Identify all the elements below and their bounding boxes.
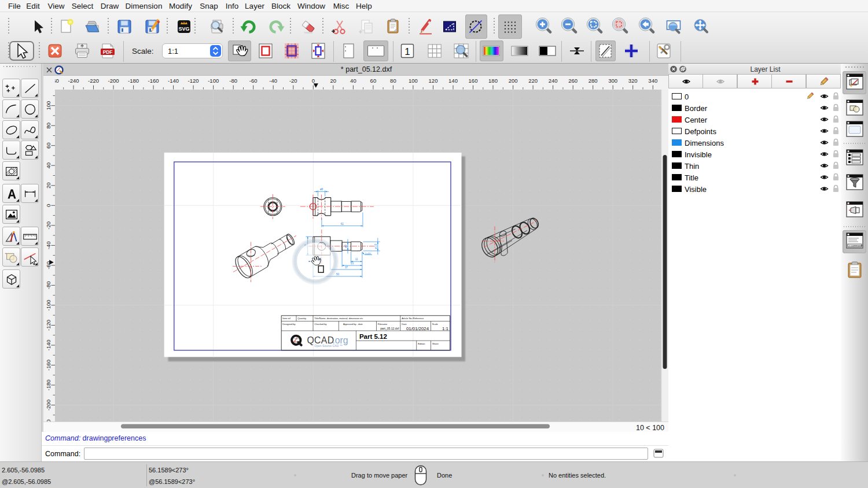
- svg-text:ø10: ø10: [374, 244, 377, 249]
- svg-text:100: 100: [45, 101, 52, 110]
- svg-text:SVG: SVG: [178, 26, 189, 32]
- svg-text:Edition: Edition: [418, 342, 425, 345]
- svg-text:1x45°: 1x45°: [365, 252, 372, 255]
- svg-text:61: 61: [341, 223, 344, 225]
- svg-text:-20: -20: [45, 221, 52, 230]
- svg-text:37: 37: [345, 266, 348, 269]
- svg-text:220: 220: [528, 77, 538, 84]
- svg-text:> command: > command: [849, 244, 863, 247]
- svg-text:-180: -180: [128, 77, 139, 84]
- svg-text:-140: -140: [45, 339, 52, 350]
- svg-text:-100: -100: [45, 300, 52, 310]
- svg-text:Checked by: Checked by: [314, 323, 326, 326]
- svg-text:01/01/2024: 01/01/2024: [406, 326, 429, 331]
- svg-text:PDF: PDF: [103, 49, 113, 55]
- svg-text:21: 21: [351, 262, 354, 265]
- svg-text:-120: -120: [45, 320, 52, 331]
- svg-text:-160: -160: [148, 77, 159, 84]
- svg-text:-160: -160: [45, 360, 52, 371]
- svg-text:-60: -60: [249, 77, 258, 84]
- svg-text:10 < 100: 10 < 100: [636, 424, 664, 432]
- svg-text:-140: -140: [168, 77, 179, 84]
- svg-text:-180: -180: [45, 379, 52, 390]
- svg-text:240: 240: [549, 77, 558, 84]
- svg-text:20: 20: [330, 77, 337, 84]
- svg-text:80: 80: [45, 123, 52, 129]
- svg-text:20: 20: [45, 183, 52, 189]
- svg-text:300: 300: [608, 77, 617, 84]
- svg-text:140: 140: [448, 77, 458, 84]
- svg-text:-220: -220: [88, 77, 99, 84]
- svg-text:1: 1: [404, 46, 410, 57]
- svg-text:-200: -200: [45, 400, 52, 411]
- svg-text:50: 50: [336, 273, 340, 276]
- svg-text:-80: -80: [229, 77, 237, 84]
- svg-text:ø9: ø9: [344, 245, 347, 248]
- svg-text:-40: -40: [269, 77, 277, 84]
- svg-text:260: 260: [568, 77, 578, 84]
- svg-text:160: 160: [469, 77, 478, 84]
- svg-text:-80: -80: [45, 282, 52, 290]
- svg-text:-100: -100: [208, 77, 219, 84]
- svg-text:Approved by - date: Approved by - date: [343, 323, 363, 326]
- svg-text:180: 180: [488, 77, 498, 84]
- svg-text:-40: -40: [45, 242, 52, 250]
- svg-text:Article No./Reference: Article No./Reference: [402, 317, 424, 320]
- svg-text:340: 340: [648, 77, 657, 84]
- svg-text:Designed by: Designed by: [282, 323, 295, 326]
- svg-text:-120: -120: [188, 77, 199, 84]
- svg-text:Part 5.12: Part 5.12: [359, 333, 387, 340]
- svg-text:-200: -200: [108, 77, 119, 84]
- svg-text:Title/Name, destination, mater: Title/Name, destination, material, dimen…: [314, 317, 363, 320]
- svg-text:Item ref: Item ref: [282, 317, 290, 320]
- svg-text:-20: -20: [289, 77, 297, 84]
- svg-text:80: 80: [390, 77, 396, 84]
- svg-text:40: 40: [350, 77, 356, 84]
- svg-text:11: 11: [355, 258, 358, 261]
- svg-text:part_05.12.dxf: part_05.12.dxf: [380, 327, 399, 330]
- svg-text:100: 100: [409, 77, 418, 84]
- svg-text:320: 320: [628, 77, 638, 84]
- svg-text:60: 60: [45, 142, 52, 149]
- svg-text:ø8: ø8: [320, 188, 323, 191]
- svg-text:0: 0: [312, 77, 315, 84]
- svg-text:200: 200: [509, 77, 518, 84]
- svg-text:40: 40: [45, 162, 52, 169]
- svg-text:Open Source CAD ™: Open Source CAD ™: [314, 344, 343, 347]
- svg-text:120: 120: [429, 77, 438, 84]
- svg-text:Date: Date: [402, 323, 407, 326]
- svg-text:Sheet: Sheet: [432, 342, 439, 345]
- svg-text:0: 0: [45, 204, 52, 207]
- svg-text:Filename: Filename: [378, 323, 388, 326]
- svg-text:-240: -240: [68, 77, 79, 84]
- svg-text:1:1: 1:1: [442, 326, 448, 331]
- svg-text:Quantity: Quantity: [297, 317, 306, 320]
- svg-text:60: 60: [370, 77, 377, 84]
- svg-text:280: 280: [589, 77, 598, 84]
- svg-text:Scale: Scale: [432, 323, 439, 326]
